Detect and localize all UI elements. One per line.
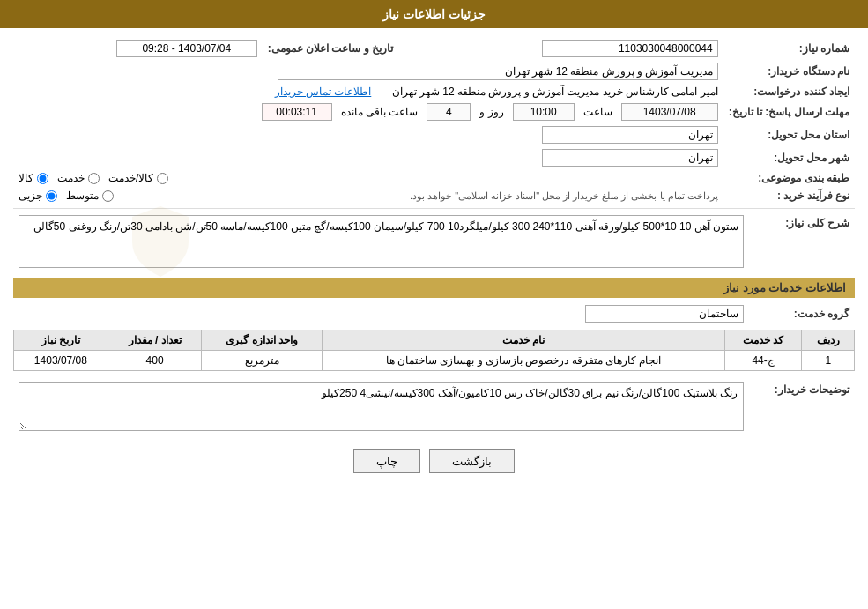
button-row: بازگشت چاپ <box>13 449 855 473</box>
purchase-partial-label: جزیی <box>19 189 42 202</box>
purchase-medium-label: متوسط <box>66 189 99 202</box>
description-table: شرح کلی نیاز: ستون آهن 10 10*500 کیلو/ور… <box>13 212 855 271</box>
category-goods-option: کالا <box>19 172 48 184</box>
page-container: جزئیات اطلاعات نیاز شماره نیاز: 11030300… <box>0 0 868 609</box>
description-text: ستون آهن 10 10*500 کیلو/ورقه آهنی 110*24… <box>33 220 738 233</box>
category-service-label: خدمت <box>57 172 85 184</box>
cell-quantity: 400 <box>108 351 202 371</box>
description-box: ستون آهن 10 10*500 کیلو/ورقه آهنی 110*24… <box>19 215 744 268</box>
col-date: تاریخ نیاز <box>14 330 108 351</box>
description-label: شرح کلی نیاز: <box>749 212 855 271</box>
col-unit: واحد اندازه گیری <box>202 330 323 351</box>
col-service-code: کد خدمت <box>724 330 802 351</box>
purchase-partial-option: جزیی <box>19 189 57 202</box>
cell-date: 1403/07/08 <box>14 351 108 371</box>
buyer-notes-label: توضیحات خریدار: <box>749 380 855 436</box>
remaining-label: ساعت باقی مانده <box>341 106 419 118</box>
response-time-label: ساعت <box>583 106 612 118</box>
back-button[interactable]: بازگشت <box>429 449 515 473</box>
col-service-name: نام خدمت <box>323 330 725 351</box>
purchase-type-row: پرداخت تمام یا بخشی از مبلغ خریدار از مح… <box>13 187 723 204</box>
service-group-label: گروه خدمت: <box>749 302 855 325</box>
purchase-medium-option: متوسط <box>66 189 114 202</box>
category-goods-service-label: کالا/خدمت <box>108 172 153 184</box>
purchase-medium-radio[interactable] <box>102 190 114 202</box>
city-label: شهر محل تحویل: <box>723 146 855 169</box>
cell-row-num: 1 <box>802 351 855 371</box>
main-content: شماره نیاز: 1103030048000044 تاریخ و ساع… <box>0 28 868 491</box>
category-goods-label: کالا <box>19 172 33 184</box>
category-service-radio[interactable] <box>88 173 100 184</box>
services-table: ردیف کد خدمت نام خدمت واحد اندازه گیری ت… <box>13 330 855 371</box>
date-time-value: 1403/07/04 - 09:28 <box>13 37 263 60</box>
response-time: 10:00 <box>513 103 575 121</box>
service-group-value: ساختمان <box>13 302 749 325</box>
purchase-partial-radio[interactable] <box>46 190 57 202</box>
creator-label: ایجاد کننده درخواست: <box>723 83 855 100</box>
need-number-value: 1103030048000044 <box>416 37 723 60</box>
shield-watermark-icon <box>125 202 196 281</box>
buyer-notes-value-cell <box>13 380 749 436</box>
need-number-label: شماره نیاز: <box>723 37 855 60</box>
org-name-label: نام دستگاه خریدار: <box>723 60 855 83</box>
purchase-note: پرداخت تمام یا بخشی از مبلغ خریدار از مح… <box>122 190 718 202</box>
buyer-notes-textarea[interactable] <box>19 382 744 431</box>
col-quantity: تعداد / مقدار <box>108 330 202 351</box>
buyer-notes-table: توضیحات خریدار: <box>13 380 855 436</box>
service-group-table: گروه خدمت: ساختمان <box>13 302 855 325</box>
response-deadline-row: 1403/07/08 ساعت 10:00 روز و 4 ساعت باقی … <box>13 100 723 123</box>
response-date: 1403/07/08 <box>621 103 718 121</box>
cell-service-name: انجام کارهای متفرقه درخصوص بازسازی و بهس… <box>323 351 725 371</box>
creator-value: امیر امامی کارشناس خرید مدیریت آموزش و پ… <box>13 83 723 100</box>
need-number-input: 1103030048000044 <box>542 40 718 57</box>
col-row-num: ردیف <box>802 330 855 351</box>
date-time-label: تاریخ و ساعت اعلان عمومی: <box>263 37 398 60</box>
province-input: تهران <box>542 126 718 144</box>
cell-unit: مترمربع <box>202 351 323 371</box>
service-group-input: ساختمان <box>585 305 744 323</box>
response-days: 4 <box>427 103 471 121</box>
top-info-table: شماره نیاز: 1103030048000044 تاریخ و ساع… <box>13 37 855 204</box>
category-goods-service-radio[interactable] <box>157 173 168 184</box>
province-value: تهران <box>13 123 723 146</box>
print-button[interactable]: چاپ <box>353 449 420 473</box>
org-name-input: مدیریت آموزش و پرورش منطقه 12 شهر تهران <box>278 63 718 80</box>
page-header: جزئیات اطلاعات نیاز <box>0 0 868 28</box>
purchase-type-label: نوع فرآیند خرید : <box>723 187 855 204</box>
response-deadline-label: مهلت ارسال پاسخ: تا تاریخ: <box>723 100 855 123</box>
city-value: تهران <box>13 146 723 169</box>
description-value-cell: ستون آهن 10 10*500 کیلو/ورقه آهنی 110*24… <box>13 212 749 271</box>
category-label: طبقه بندی موضوعی: <box>723 169 855 187</box>
cell-service-code: ج-44 <box>724 351 802 371</box>
category-goods-radio[interactable] <box>37 173 48 184</box>
org-name-value: مدیریت آموزش و پرورش منطقه 12 شهر تهران <box>13 60 723 83</box>
page-title: جزئیات اطلاعات نیاز <box>382 7 486 21</box>
response-day-label: روز و <box>479 106 503 118</box>
category-goods-service-option: کالا/خدمت <box>108 172 168 184</box>
date-time-input: 1403/07/04 - 09:28 <box>116 40 257 57</box>
table-row: 1 ج-44 انجام کارهای متفرقه درخصوص بازساز… <box>14 351 855 371</box>
city-input: تهران <box>542 149 718 167</box>
category-row: کالا/خدمت خدمت کالا <box>13 169 723 187</box>
remaining-time: 00:03:11 <box>262 103 332 121</box>
province-label: استان محل تحویل: <box>723 123 855 146</box>
creator-input: امیر امامی کارشناس خرید مدیریت آموزش و پ… <box>392 85 718 98</box>
contact-link[interactable]: اطلاعات تماس خریدار <box>275 85 372 98</box>
category-service-option: خدمت <box>57 172 100 184</box>
